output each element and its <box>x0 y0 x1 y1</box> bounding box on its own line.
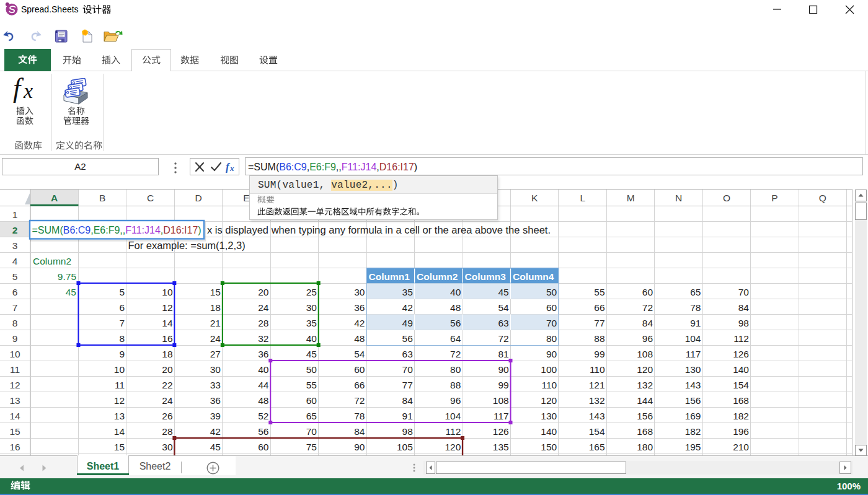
svg-text:154: 154 <box>589 426 605 437</box>
svg-text:60: 60 <box>354 364 365 375</box>
svg-text:M: M <box>627 193 635 203</box>
svg-text:140: 140 <box>541 426 557 437</box>
svg-text:15: 15 <box>9 426 20 437</box>
svg-text:96: 96 <box>450 395 461 406</box>
svg-text:88: 88 <box>450 380 461 390</box>
svg-text:42: 42 <box>354 318 365 328</box>
svg-text:Column1: Column1 <box>369 271 410 282</box>
svg-text:70: 70 <box>738 287 750 297</box>
svg-text:180: 180 <box>637 442 653 452</box>
svg-text:72: 72 <box>642 302 653 313</box>
svg-text:45: 45 <box>498 287 508 297</box>
svg-text:182: 182 <box>685 426 701 437</box>
svg-text:8: 8 <box>12 318 18 328</box>
svg-text:81: 81 <box>498 349 508 359</box>
svg-text:12: 12 <box>9 380 20 390</box>
svg-text:80: 80 <box>450 364 461 375</box>
svg-text:110: 110 <box>541 380 557 390</box>
svg-text:72: 72 <box>498 333 508 344</box>
svg-text:80: 80 <box>546 333 557 344</box>
svg-text:120: 120 <box>637 364 653 375</box>
svg-text:24: 24 <box>258 302 269 313</box>
svg-text:48: 48 <box>450 302 461 313</box>
svg-text:24: 24 <box>162 395 173 406</box>
svg-text:108: 108 <box>493 395 509 406</box>
svg-text:9.75: 9.75 <box>58 271 76 282</box>
svg-text:3: 3 <box>12 240 18 251</box>
svg-text:22: 22 <box>162 380 172 390</box>
svg-text:99: 99 <box>594 349 604 359</box>
svg-text:12: 12 <box>162 302 172 313</box>
svg-text:50: 50 <box>306 364 317 375</box>
svg-text:78: 78 <box>690 302 701 313</box>
svg-text:18: 18 <box>162 349 172 359</box>
svg-text:30: 30 <box>354 287 365 297</box>
svg-text:90: 90 <box>498 364 509 375</box>
svg-text:100: 100 <box>541 364 557 375</box>
svg-text:Column2: Column2 <box>33 256 71 266</box>
svg-text:Column2: Column2 <box>417 271 458 282</box>
svg-text:9: 9 <box>12 333 18 344</box>
svg-text:30: 30 <box>210 364 221 375</box>
svg-text:182: 182 <box>733 411 749 421</box>
svg-text:72: 72 <box>354 395 365 406</box>
svg-text:154: 154 <box>733 380 749 390</box>
svg-text:16: 16 <box>9 442 20 452</box>
svg-text:56: 56 <box>402 333 413 344</box>
svg-text:10: 10 <box>114 364 125 375</box>
svg-text:77: 77 <box>402 380 413 390</box>
svg-text:130: 130 <box>541 411 557 421</box>
svg-text:88: 88 <box>594 333 604 344</box>
svg-text:72: 72 <box>450 349 461 359</box>
svg-text:66: 66 <box>594 302 604 313</box>
svg-text:144: 144 <box>637 395 653 406</box>
svg-text:N: N <box>675 193 682 203</box>
svg-text:7: 7 <box>12 302 18 313</box>
svg-text:36: 36 <box>258 349 268 359</box>
svg-text:65: 65 <box>306 411 317 421</box>
svg-text:35: 35 <box>306 318 317 328</box>
svg-text:L: L <box>580 193 585 203</box>
svg-text:112: 112 <box>733 333 749 344</box>
svg-text:120: 120 <box>445 442 461 452</box>
svg-text:40: 40 <box>258 364 269 375</box>
svg-text:Q: Q <box>819 193 826 203</box>
svg-text:165: 165 <box>589 442 605 452</box>
svg-text:27: 27 <box>210 349 221 359</box>
svg-text:9: 9 <box>119 349 125 359</box>
svg-text:196: 196 <box>733 426 749 437</box>
svg-text:91: 91 <box>690 318 701 328</box>
svg-text:1: 1 <box>12 209 18 220</box>
svg-text:C: C <box>147 193 154 203</box>
svg-text:143: 143 <box>589 411 605 421</box>
svg-text:126: 126 <box>733 349 749 359</box>
svg-text:20: 20 <box>258 287 269 297</box>
svg-text:20: 20 <box>162 364 173 375</box>
svg-text:40: 40 <box>306 333 317 344</box>
svg-text:14: 14 <box>162 318 173 328</box>
svg-text:15: 15 <box>210 287 221 297</box>
svg-text:4: 4 <box>12 256 18 266</box>
svg-text:39: 39 <box>210 411 221 421</box>
svg-text:48: 48 <box>258 395 268 406</box>
svg-text:78: 78 <box>354 411 365 421</box>
svg-text:35: 35 <box>402 287 413 297</box>
svg-text:48: 48 <box>354 333 365 344</box>
svg-text:110: 110 <box>590 364 605 375</box>
svg-text:56: 56 <box>450 318 461 328</box>
svg-text:156: 156 <box>685 395 701 406</box>
svg-text:11: 11 <box>10 364 20 375</box>
svg-text:12: 12 <box>114 395 125 406</box>
svg-text:18: 18 <box>210 302 221 313</box>
svg-text:13: 13 <box>9 395 20 406</box>
svg-text:D: D <box>195 193 202 203</box>
svg-text:O: O <box>723 193 730 203</box>
svg-text:13: 13 <box>114 411 125 421</box>
svg-text:5: 5 <box>119 287 125 297</box>
svg-text:K: K <box>531 193 538 203</box>
svg-text:54: 54 <box>354 349 365 359</box>
svg-text:10: 10 <box>9 349 20 359</box>
svg-text:33: 33 <box>210 380 221 390</box>
svg-text:63: 63 <box>402 349 413 359</box>
svg-text:195: 195 <box>685 442 701 452</box>
